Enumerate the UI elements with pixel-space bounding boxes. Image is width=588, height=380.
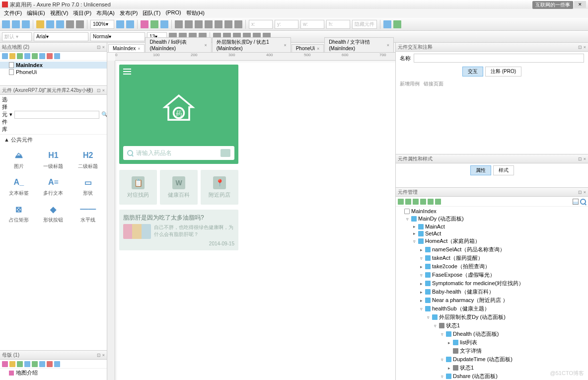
outline-node[interactable]: ▸SetAct bbox=[396, 230, 588, 237]
cut-button[interactable] bbox=[36, 20, 44, 28]
mgr-btn2[interactable] bbox=[405, 199, 411, 205]
menu-item[interactable]: 团队(T) bbox=[141, 9, 162, 18]
outline-node[interactable]: MainIndex bbox=[396, 208, 588, 215]
props-tab[interactable]: 属性 bbox=[470, 165, 491, 175]
mgr-search-icon[interactable] bbox=[580, 199, 586, 205]
add-master-button[interactable] bbox=[2, 361, 8, 367]
outline-node[interactable]: ▸list列表 bbox=[396, 338, 588, 347]
search-page-button[interactable] bbox=[54, 53, 60, 59]
interaction-link[interactable]: 链接页面 bbox=[424, 81, 443, 86]
master-down-button[interactable] bbox=[24, 361, 30, 367]
line-button[interactable] bbox=[150, 20, 158, 28]
outline-node[interactable]: ▸nameSelAct（药品名称查询） bbox=[396, 245, 588, 254]
mgr-btn6[interactable] bbox=[435, 199, 441, 205]
hidden-field[interactable]: 隐藏元件 bbox=[352, 20, 377, 29]
mockup-frame[interactable]: 药 请输入药品名 📋对症找药W健康百科📍附近药店 脂肪肝是因为吃了太多油脂吗? bbox=[119, 65, 238, 250]
menu-item[interactable]: 布局(A) bbox=[94, 9, 117, 18]
document-tab[interactable]: 外层限制长度Dy / 状态1 (MainIndex)× bbox=[212, 37, 291, 52]
connect-mode-button[interactable] bbox=[126, 20, 134, 28]
camera-icon[interactable] bbox=[220, 149, 230, 157]
outline-node[interactable]: ▸Symptomatic for medicine(对症找药） bbox=[396, 279, 588, 288]
widget-item[interactable]: ⊠占位矩形 bbox=[2, 201, 36, 227]
libsel-dropdown[interactable]: ▾ bbox=[9, 111, 12, 118]
h-field[interactable]: h: bbox=[326, 20, 350, 29]
new-button[interactable] bbox=[2, 20, 10, 28]
outline-node[interactable]: ▿MainDy (动态面板) bbox=[396, 215, 588, 223]
outline-node[interactable]: ▸take2code（拍照查询） bbox=[396, 262, 588, 271]
outline-node[interactable]: ▸MainAct bbox=[396, 223, 588, 230]
back-button[interactable] bbox=[205, 20, 213, 28]
document-tab[interactable]: Dhealth / list列表 (MainIndex)× bbox=[145, 37, 211, 52]
menu-item[interactable]: 视图(V) bbox=[48, 9, 71, 18]
widget-category[interactable]: ▲ 公共元件 bbox=[0, 135, 107, 145]
article-card[interactable]: 脂肪肝是因为吃了太多油脂吗? 自己不胖，也吃得很绿色健康啊，为什么会有脂肪肝呢？… bbox=[119, 210, 238, 250]
delete-page-button[interactable] bbox=[47, 53, 53, 59]
search-box[interactable]: 请输入药品名 bbox=[123, 146, 234, 160]
redo-button[interactable] bbox=[76, 20, 84, 28]
linew-button[interactable] bbox=[160, 20, 168, 28]
mgr-btn4[interactable] bbox=[420, 199, 426, 205]
select-mode-button[interactable] bbox=[116, 20, 124, 28]
master-in-button[interactable] bbox=[32, 361, 38, 367]
widget-item[interactable]: ⛰图片 bbox=[2, 147, 36, 173]
group-button[interactable] bbox=[175, 20, 183, 28]
outline-node[interactable]: ▿Dhealth (动态面板) bbox=[396, 330, 588, 338]
add-folder-button[interactable] bbox=[9, 53, 15, 59]
lock-button[interactable] bbox=[234, 20, 242, 28]
feature-card[interactable]: 📋对症找药 bbox=[119, 170, 157, 205]
align-button[interactable] bbox=[215, 20, 222, 28]
canvas[interactable]: 药 请输入药品名 📋对症找药W健康百科📍附近药店 脂肪肝是因为吃了太多油脂吗? bbox=[117, 63, 395, 380]
sitemap-item[interactable]: MainIndex bbox=[0, 62, 107, 69]
copy-button[interactable] bbox=[46, 20, 54, 28]
w-field[interactable]: w: bbox=[300, 20, 324, 29]
ungroup-button[interactable] bbox=[185, 20, 193, 28]
document-tab[interactable]: MainIndex× bbox=[108, 44, 145, 52]
outline-node[interactable]: ▿takeAct（服药提醒） bbox=[396, 254, 588, 262]
indent-button[interactable] bbox=[32, 53, 38, 59]
outline-node[interactable]: ▿外层限制长度Dy (动态面板) bbox=[396, 313, 588, 321]
menu-item[interactable]: 编辑(E) bbox=[25, 9, 47, 18]
feature-card[interactable]: W健康百科 bbox=[160, 170, 198, 205]
widget-search-icon[interactable]: 🔍 bbox=[101, 111, 107, 118]
menu-item[interactable]: 发布(P) bbox=[118, 9, 140, 18]
paste-button[interactable] bbox=[56, 20, 64, 28]
outline-node[interactable]: ▿HomeAct（家庭药箱） bbox=[396, 237, 588, 245]
publish-button[interactable] bbox=[393, 20, 401, 28]
sitemap-item[interactable]: PhoneUi bbox=[0, 69, 107, 76]
master-out-button[interactable] bbox=[39, 361, 45, 367]
widget-item[interactable]: H1一级标题 bbox=[37, 147, 71, 173]
mgr-btn5[interactable] bbox=[428, 199, 434, 205]
document-tab[interactable]: PhoneUi× bbox=[292, 44, 324, 52]
outline-node[interactable]: ▿FaseExpose（虚假曝光） bbox=[396, 271, 588, 279]
menu-item[interactable]: 文件(F) bbox=[2, 9, 24, 18]
x-field[interactable]: x: bbox=[249, 20, 273, 29]
move-up-button[interactable] bbox=[17, 53, 23, 59]
menu-item[interactable]: (PRO) bbox=[163, 9, 183, 18]
outline-node[interactable]: ▿healthSub（健康主题） bbox=[396, 304, 588, 313]
outdent-button[interactable] bbox=[39, 53, 45, 59]
outline-node[interactable]: 文字详情 bbox=[396, 347, 588, 355]
close-button[interactable]: ✕ bbox=[574, 1, 586, 8]
mgr-btn3[interactable] bbox=[413, 199, 419, 205]
widget-item[interactable]: A≡多行文本 bbox=[37, 174, 71, 200]
widget-name-input[interactable] bbox=[414, 54, 584, 63]
y-field[interactable]: y: bbox=[275, 20, 298, 29]
open-button[interactable] bbox=[12, 20, 20, 28]
widget-search-input[interactable] bbox=[14, 111, 99, 119]
font-combo[interactable]: Arial ▾ bbox=[34, 32, 88, 41]
fontstyle-combo[interactable]: Normal ▾ bbox=[90, 32, 145, 41]
widget-item[interactable]: H2二级标题 bbox=[71, 147, 105, 173]
style-preset[interactable]: 默认 ▾ bbox=[2, 32, 32, 41]
feature-card[interactable]: 📍附近药店 bbox=[201, 170, 238, 205]
outline-node[interactable]: ▿DupdateTime (动态面板) bbox=[396, 355, 588, 364]
menu-item[interactable]: 项目(P) bbox=[71, 9, 93, 18]
undo-button[interactable] bbox=[66, 20, 74, 28]
interaction-link[interactable]: 新增用例 bbox=[400, 81, 420, 86]
master-del-button[interactable] bbox=[47, 361, 53, 367]
menu-icon[interactable] bbox=[123, 69, 131, 75]
menu-item[interactable]: 帮助(H) bbox=[184, 9, 207, 18]
move-down-button[interactable] bbox=[24, 53, 30, 59]
zoom-combo[interactable]: 100% ▾ bbox=[90, 20, 114, 29]
add-page-button[interactable] bbox=[2, 53, 8, 59]
filter-icon[interactable] bbox=[573, 199, 579, 205]
